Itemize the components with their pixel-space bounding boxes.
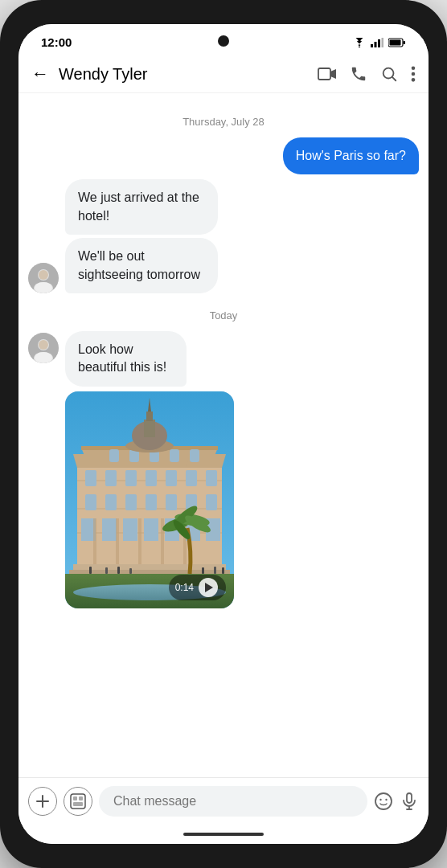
phone-shell: 12:00 [0,0,447,868]
svg-point-0 [359,46,360,47]
svg-point-92 [375,793,392,809]
svg-point-93 [379,799,381,800]
svg-point-94 [385,799,387,800]
wifi-icon [353,38,366,47]
svg-rect-40 [146,494,157,510]
svg-rect-45 [102,518,117,541]
svg-point-18 [39,270,48,280]
received-bubble-1: We just arrived at the hotel! [65,179,218,235]
camera-notch [218,35,229,47]
video-call-icon[interactable] [318,67,337,81]
media-image[interactable]: 0:14 [65,391,234,608]
svg-rect-83 [202,567,204,574]
plus-icon [35,794,50,809]
svg-rect-79 [89,567,92,574]
svg-rect-1 [371,44,373,47]
svg-rect-46 [123,518,137,541]
svg-rect-41 [166,494,177,510]
svg-rect-67 [138,518,141,564]
svg-marker-9 [330,69,336,79]
back-button[interactable]: ← [31,63,49,84]
home-bar [183,833,264,836]
svg-rect-71 [69,570,230,574]
video-overlay[interactable]: 0:14 [169,575,226,600]
svg-rect-38 [105,494,117,510]
svg-rect-2 [375,42,377,47]
svg-rect-35 [186,470,197,486]
phone-screen: 12:00 [18,24,429,844]
play-button[interactable] [199,578,218,597]
svg-point-13 [412,72,416,76]
svg-rect-88 [71,794,85,809]
svg-rect-39 [125,494,137,510]
svg-rect-65 [93,518,96,564]
media-group: Look how beautiful this is! [28,331,419,608]
svg-rect-80 [105,567,108,574]
received-bubble-2: We'll be out sightseeing tomorrow [65,238,218,293]
svg-rect-33 [146,470,157,486]
avatar-icon [28,263,59,293]
status-icons [353,38,406,47]
video-duration: 0:14 [175,582,194,593]
battery-icon [388,38,406,47]
bubbles-stack: We just arrived at the hotel! We'll be o… [65,179,283,293]
microphone-icon[interactable] [400,792,419,811]
svg-line-11 [392,77,396,80]
svg-point-14 [412,78,416,82]
svg-rect-47 [144,518,158,541]
add-button[interactable] [28,787,57,816]
header: ← Wendy Tyler [18,55,429,93]
svg-rect-30 [85,470,96,486]
svg-rect-37 [85,494,96,510]
svg-rect-62 [144,420,155,437]
date-separator-thursday: Thursday, July 28 [28,116,419,128]
svg-rect-58 [170,449,179,462]
svg-rect-36 [206,470,217,486]
svg-marker-53 [73,454,113,468]
svg-rect-4 [382,38,384,47]
svg-rect-3 [378,39,380,47]
svg-rect-55 [109,449,119,462]
message-input[interactable] [99,786,367,817]
bottom-right-icons [374,792,419,811]
date-separator-today: Today [28,309,419,321]
sent-bubble[interactable]: How's Paris so far? [283,137,419,174]
contact-name[interactable]: Wendy Tyler [59,65,308,84]
avatar-icon-2 [28,333,59,363]
status-time: 12:00 [41,35,72,49]
svg-rect-43 [206,494,217,510]
svg-rect-90 [79,796,83,800]
svg-rect-95 [407,793,412,803]
received-bubble-3: Look how beautiful this is! [65,331,187,387]
svg-rect-63 [146,411,153,421]
svg-rect-32 [125,470,137,486]
avatar [28,263,59,293]
more-options-icon[interactable] [411,65,416,83]
svg-rect-84 [214,567,216,574]
home-indicator [18,825,429,844]
svg-point-24 [35,352,52,363]
header-icons [318,65,416,83]
message-row: How's Paris so far? [28,137,419,174]
svg-rect-81 [117,567,120,574]
play-triangle-icon [205,583,213,592]
svg-point-19 [35,282,52,293]
svg-rect-68 [161,518,164,564]
phone-icon[interactable] [350,65,367,83]
received-group: We just arrived at the hotel! We'll be o… [28,179,419,293]
search-icon[interactable] [380,65,398,83]
svg-rect-91 [73,802,83,806]
sticker-button[interactable] [64,787,92,816]
svg-rect-31 [105,470,117,486]
media-content: Look how beautiful this is! [65,331,238,608]
sticker-icon [70,793,86,809]
svg-rect-6 [404,41,406,44]
svg-point-12 [412,66,416,70]
emoji-icon[interactable] [374,792,393,811]
svg-rect-89 [73,796,77,800]
svg-point-23 [39,340,48,350]
avatar-2 [28,333,59,363]
svg-rect-59 [190,449,199,462]
chat-area: Thursday, July 28 How's Paris so far? [18,93,429,777]
svg-rect-82 [129,568,132,574]
